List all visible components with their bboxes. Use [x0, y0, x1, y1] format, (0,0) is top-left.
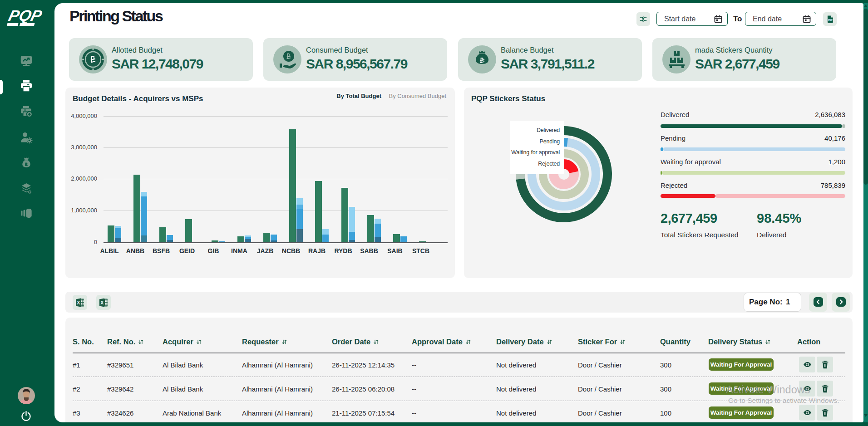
svg-text:X: X: [100, 300, 104, 305]
svg-text:PQP: PQP: [7, 7, 44, 24]
svg-text:X: X: [77, 300, 80, 305]
svg-text:PDF: PDF: [828, 19, 832, 21]
